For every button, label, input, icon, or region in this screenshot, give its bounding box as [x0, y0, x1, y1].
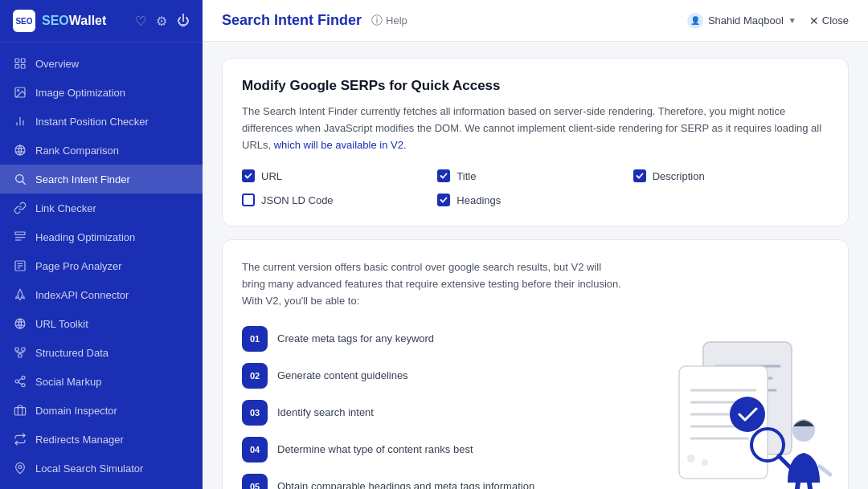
- redirect-icon: [13, 432, 27, 446]
- sidebar-item-domain-inspector[interactable]: Domain Inspector: [0, 396, 203, 425]
- sidebar-label-image-optimization: Image Optimization: [35, 87, 125, 99]
- sidebar-item-indexapi-connector[interactable]: IndexAPI Connector: [0, 280, 203, 309]
- serp-modify-card: Modify Google SERPs for Quick Access The…: [222, 58, 849, 226]
- sidebar-label-structured-data: Structured Data: [35, 347, 108, 359]
- sidebar-item-image-optimization[interactable]: Image Optimization: [0, 78, 203, 107]
- sidebar-header: SEO SEOWallet ♡ ⚙ ⏻: [0, 0, 203, 43]
- feature-list: 01 Create meta tags for any keyword 02 G…: [242, 326, 594, 489]
- v2-link[interactable]: which will be available in V2.: [274, 139, 407, 151]
- sidebar: SEO SEOWallet ♡ ⚙ ⏻ Overview Image Optim…: [0, 0, 203, 489]
- image-icon: [13, 85, 27, 100]
- bar-chart-icon: [13, 114, 27, 128]
- svg-rect-1: [21, 59, 25, 63]
- svg-point-37: [18, 466, 22, 469]
- close-label: Close: [822, 14, 849, 26]
- main-content: Search Intent Finder ⓘ Help 👤 Shahid Maq…: [203, 0, 868, 489]
- content-area: Modify Google SERPs for Quick Access The…: [203, 42, 868, 489]
- feature-label-1: Create meta tags for any keyword: [277, 332, 434, 344]
- svg-point-32: [15, 380, 18, 383]
- sidebar-label-overview: Overview: [35, 58, 79, 70]
- svg-rect-25: [22, 348, 25, 351]
- sidebar-navigation: Overview Image Optimization Instant Posi…: [0, 43, 203, 489]
- help-link-label: Help: [386, 14, 407, 26]
- checkbox-url[interactable]: URL: [242, 169, 437, 182]
- search-icon: [13, 172, 27, 186]
- feature-item-5: 05 Obtain comparable headings and meta t…: [242, 474, 594, 489]
- feature-label-5: Obtain comparable headings and meta tags…: [277, 480, 534, 489]
- svg-rect-2: [15, 64, 19, 68]
- feature-badge-2: 02: [242, 363, 268, 389]
- user-avatar-icon: 👤: [687, 13, 703, 29]
- sidebar-label-search-intent-finder: Search Intent Finder: [35, 173, 130, 185]
- svg-point-65: [702, 459, 708, 466]
- title-checkbox[interactable]: [437, 169, 450, 182]
- headings-checkbox[interactable]: [437, 194, 450, 206]
- settings-icon[interactable]: ⚙: [156, 14, 167, 29]
- sidebar-item-heading-optimization[interactable]: Heading Optimization: [0, 222, 203, 251]
- sidebar-item-url-toolkit[interactable]: URL Toolkit: [0, 309, 203, 338]
- sidebar-item-search-intent-finder[interactable]: Search Intent Finder: [0, 165, 203, 194]
- svg-point-64: [687, 454, 695, 463]
- sidebar-item-redirects-manager[interactable]: Redirects Manager: [0, 425, 203, 454]
- sidebar-label-redirects-manager: Redirects Manager: [35, 434, 124, 446]
- svg-rect-24: [15, 348, 18, 351]
- close-button[interactable]: ✕ Close: [809, 14, 849, 27]
- svg-rect-3: [21, 64, 25, 68]
- globe-icon: [13, 316, 27, 331]
- sidebar-item-serp-analysis[interactable]: SERP Analysis: [0, 483, 203, 489]
- svg-point-61: [730, 397, 765, 432]
- sidebar-label-heading-optimization: Heading Optimization: [35, 231, 135, 243]
- svg-line-34: [18, 382, 23, 385]
- card1-description: The Search Intent Finder currently fetch…: [242, 104, 829, 153]
- power-icon[interactable]: ⏻: [177, 14, 190, 29]
- feature-label-3: Identify search intent: [277, 406, 374, 418]
- feature-badge-4: 04: [242, 437, 268, 463]
- url-checkbox[interactable]: [242, 169, 255, 182]
- json-ld-checkbox[interactable]: [242, 194, 255, 206]
- heart-icon[interactable]: ♡: [135, 14, 146, 29]
- checkbox-headings[interactable]: Headings: [437, 194, 633, 206]
- sidebar-item-local-search-simulator[interactable]: Local Search Simulator: [0, 454, 203, 483]
- sidebar-item-rank-comparison[interactable]: Rank Comparison: [0, 136, 203, 165]
- title-checkbox-label: Title: [457, 170, 476, 182]
- checkbox-json-ld[interactable]: JSON LD Code: [242, 194, 437, 206]
- feature-badge-5: 05: [242, 474, 268, 489]
- sidebar-label-page-pro-analyzer: Page Pro Analyzer: [35, 260, 122, 272]
- feature-item-3: 03 Identify search intent: [242, 400, 594, 426]
- feature-badge-1: 01: [242, 326, 268, 352]
- analyzer-icon: [13, 259, 27, 273]
- svg-line-13: [23, 181, 26, 185]
- logo-text: SEOWallet: [42, 14, 106, 28]
- svg-line-63: [779, 456, 790, 467]
- sidebar-item-instant-position-checker[interactable]: Instant Position Checker: [0, 107, 203, 136]
- logo-icon: SEO: [13, 10, 35, 32]
- local-icon: [13, 461, 27, 475]
- user-name: Shahid Maqbool: [708, 14, 784, 26]
- svg-rect-0: [15, 59, 19, 63]
- url-checkbox-label: URL: [261, 170, 282, 182]
- sidebar-item-page-pro-analyzer[interactable]: Page Pro Analyzer: [0, 251, 203, 280]
- checkbox-title[interactable]: Title: [437, 169, 633, 182]
- feature-label-2: Generate content guidelines: [277, 369, 408, 381]
- sidebar-label-url-toolkit: URL Toolkit: [35, 318, 88, 330]
- checkbox-description[interactable]: Description: [633, 169, 829, 182]
- description-checkbox[interactable]: [633, 169, 646, 182]
- structured-icon: [13, 345, 27, 360]
- feature-badge-3: 03: [242, 400, 268, 426]
- illustration: [655, 326, 832, 489]
- sidebar-item-overview[interactable]: Overview: [0, 49, 203, 78]
- sidebar-item-social-markup[interactable]: Social Markup: [0, 367, 203, 396]
- svg-rect-14: [15, 232, 25, 234]
- json-ld-checkbox-label: JSON LD Code: [261, 194, 334, 206]
- chevron-down-icon: ▼: [788, 16, 796, 25]
- help-link[interactable]: ⓘ Help: [371, 14, 407, 28]
- sidebar-item-link-checker[interactable]: Link Checker: [0, 194, 203, 222]
- svg-point-12: [16, 175, 23, 182]
- svg-rect-36: [14, 408, 25, 415]
- user-menu[interactable]: 👤 Shahid Maqbool ▼: [687, 13, 796, 29]
- v2-features-card: The current version offers basic control…: [222, 239, 849, 489]
- sidebar-item-structured-data[interactable]: Structured Data: [0, 338, 203, 367]
- page-title: Search Intent Finder: [222, 12, 362, 29]
- topbar-right: 👤 Shahid Maqbool ▼ ✕ Close: [687, 13, 849, 29]
- grid-icon: [13, 56, 27, 71]
